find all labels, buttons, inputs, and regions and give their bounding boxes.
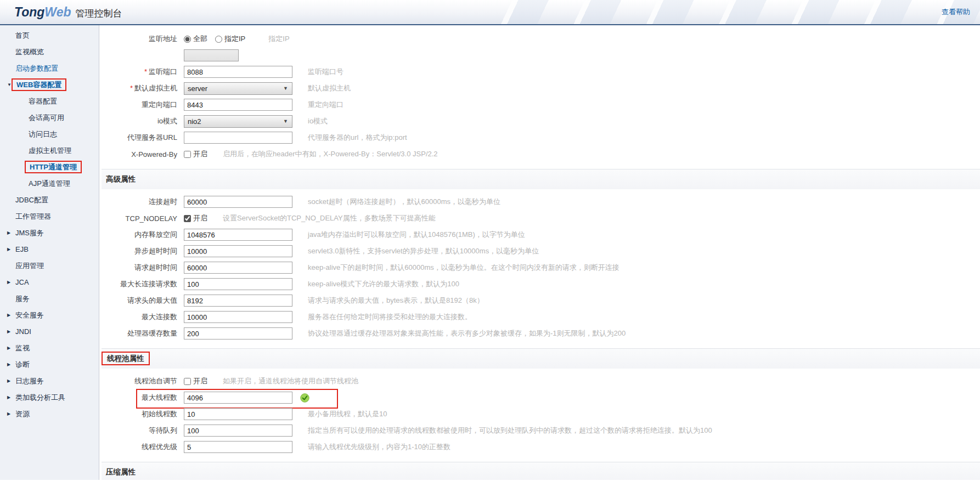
sidebar-item-jms[interactable]: ▶JMS服务 bbox=[0, 227, 99, 239]
section-header-compression: 压缩属性 bbox=[102, 462, 980, 480]
collapse-arrow-icon[interactable]: ▶ bbox=[7, 326, 10, 338]
sidebar-item-monitoring[interactable]: ▶监视 bbox=[0, 342, 99, 354]
field-label: 最大连接数 bbox=[142, 313, 177, 321]
io-mode-select[interactable]: nio2▼ bbox=[184, 115, 292, 128]
request-timeout-input[interactable] bbox=[184, 262, 292, 274]
max-header-size-input[interactable] bbox=[184, 295, 292, 307]
collapse-arrow-icon[interactable]: ▶ bbox=[7, 276, 10, 288]
x-powered-by-checkbox[interactable] bbox=[184, 151, 191, 158]
tcp-nodelay-checkbox[interactable] bbox=[184, 215, 191, 222]
sidebar-item-app-mgmt[interactable]: 应用管理 bbox=[0, 260, 99, 272]
field-label: 请求头的最大值 bbox=[127, 296, 177, 304]
row-proxy-url: 代理服务器URL 代理服务器的url，格式为ip:port bbox=[102, 132, 980, 144]
memory-release-input[interactable] bbox=[184, 229, 292, 241]
field-label: 监听地址 bbox=[149, 35, 177, 43]
field-label: 默认虚拟主机 bbox=[134, 84, 177, 92]
field-label: TCP_NODELAY bbox=[126, 214, 177, 223]
logo-web: Web bbox=[44, 5, 71, 20]
sidebar-item-home[interactable]: 首页 bbox=[0, 30, 99, 42]
field-label: 异步超时时间 bbox=[134, 247, 177, 255]
threadpool-auto-checkbox[interactable] bbox=[184, 378, 191, 385]
collapse-arrow-icon[interactable]: ▶ bbox=[7, 392, 10, 404]
sidebar-item-services[interactable]: 服务 bbox=[0, 293, 99, 305]
sidebar-item-session-ha[interactable]: 会话高可用 bbox=[0, 112, 99, 124]
radio-all-input[interactable] bbox=[184, 36, 191, 43]
view-help-link[interactable]: 查看帮助 bbox=[942, 7, 970, 17]
sidebar-item-container-config[interactable]: 容器配置 bbox=[0, 95, 99, 107]
row-max-threads: 最大线程数 bbox=[102, 392, 980, 404]
radio-listen-all[interactable]: 全部 bbox=[184, 34, 207, 44]
sidebar-item-resources[interactable]: ▶资源 bbox=[0, 408, 99, 420]
field-label: io模式 bbox=[157, 117, 177, 125]
field-help: 服务器在任何给定时间将接受和处理的最大连接数。 bbox=[308, 312, 472, 322]
max-connections-input[interactable] bbox=[184, 311, 292, 323]
field-label: 初始线程数 bbox=[142, 410, 177, 418]
max-threads-input[interactable] bbox=[184, 392, 292, 404]
sidebar-item-jdbc[interactable]: JDBC配置 bbox=[0, 194, 99, 206]
sidebar-item-ajp-channel[interactable]: AJP通道管理 bbox=[0, 178, 99, 190]
sidebar-item-ejb[interactable]: ▶EJB bbox=[0, 244, 99, 256]
row-wait-queue: 等待队列 指定当所有可以使用的处理请求的线程数都被使用时，可以放到处理队列中的请… bbox=[102, 425, 980, 437]
row-processor-cache: 处理器缓存数量 协议处理器通过缓存处理器对象来提高性能，表示有多少对象被缓存，如… bbox=[102, 327, 980, 339]
redirect-port-input[interactable] bbox=[184, 99, 292, 111]
radio-ip-input[interactable] bbox=[215, 36, 222, 43]
annotation-box: HTTP通道管理 bbox=[25, 161, 82, 173]
collapse-arrow-icon[interactable]: ▶ bbox=[7, 408, 10, 420]
async-timeout-input[interactable] bbox=[184, 245, 292, 257]
field-help: 重定向端口 bbox=[308, 100, 343, 110]
chevron-down-icon: ▼ bbox=[283, 118, 288, 124]
field-label: 代理服务器URL bbox=[127, 133, 177, 142]
collapse-arrow-icon[interactable]: ▶ bbox=[7, 227, 10, 239]
row-thread-priority: 线程优先级 请输入线程优先级级别，内容为1-10的正整数 bbox=[102, 441, 980, 453]
row-max-connections: 最大连接数 服务器在任何给定时间将接受和处理的最大连接数。 bbox=[102, 311, 980, 323]
field-label: 重定向端口 bbox=[142, 100, 177, 109]
sidebar-item-work-manager[interactable]: 工作管理器 bbox=[0, 211, 99, 223]
field-help: 请输入线程优先级级别，内容为1-10的正整数 bbox=[308, 442, 450, 452]
max-keepalive-requests-input[interactable] bbox=[184, 278, 292, 290]
logo-tong: Tong bbox=[14, 5, 44, 20]
collapse-arrow-icon[interactable]: ▶ bbox=[7, 342, 10, 354]
sidebar-item-jca[interactable]: ▶JCA bbox=[0, 276, 99, 288]
thread-priority-input[interactable] bbox=[184, 441, 292, 453]
tongweb-logo: TongWeb 管理控制台 bbox=[14, 5, 122, 20]
sidebar-item-jndi[interactable]: ▶JNDI bbox=[0, 326, 99, 338]
row-x-powered-by: X-Powered-By 开启 启用后，在响应header中有如，X-Power… bbox=[102, 148, 980, 160]
proxy-url-input[interactable] bbox=[184, 132, 292, 144]
sidebar-item-http-channel[interactable]: HTTP通道管理 bbox=[0, 161, 99, 173]
sidebar-item-log-service[interactable]: ▶日志服务 bbox=[0, 375, 99, 387]
processor-cache-input[interactable] bbox=[184, 327, 292, 339]
console-title: 管理控制台 bbox=[75, 7, 122, 20]
row-connection-timeout: 连接超时 socket超时（网络连接超时），默认60000ms，以毫秒为单位 bbox=[102, 196, 980, 208]
field-help: 最小备用线程，默认是10 bbox=[308, 409, 387, 419]
field-help: 代理服务器的url，格式为ip:port bbox=[308, 133, 407, 143]
sidebar-item-diagnosis[interactable]: ▶诊断 bbox=[0, 359, 99, 371]
sidebar-item-classloader-tool[interactable]: ▶类加载分析工具 bbox=[0, 392, 99, 404]
specified-ip-input bbox=[184, 49, 239, 61]
field-help: io模式 bbox=[308, 116, 328, 126]
sidebar-item-web-container[interactable]: ▼WEB容器配置 bbox=[0, 79, 99, 91]
row-default-vhost: *默认虚拟主机 server▼ 默认虚拟主机 bbox=[102, 82, 980, 94]
wait-queue-input[interactable] bbox=[184, 425, 292, 437]
expand-arrow-icon[interactable]: ▼ bbox=[7, 79, 12, 91]
connection-timeout-input[interactable] bbox=[184, 196, 292, 208]
collapse-arrow-icon[interactable]: ▶ bbox=[7, 359, 10, 371]
sidebar-item-monitor-overview[interactable]: 监视概览 bbox=[0, 46, 99, 58]
collapse-arrow-icon[interactable]: ▶ bbox=[7, 244, 10, 256]
listen-port-input[interactable] bbox=[184, 66, 292, 78]
row-request-timeout: 请求超时时间 keep-alive下的超时时间，默认60000ms，以毫秒为单位… bbox=[102, 262, 980, 274]
initial-threads-input[interactable] bbox=[184, 408, 292, 420]
sidebar-item-vhost-mgmt[interactable]: 虚拟主机管理 bbox=[0, 145, 99, 157]
field-help: keep-alive模式下允许的最大请求数，默认为100 bbox=[308, 279, 459, 289]
field-label: 请求超时时间 bbox=[134, 263, 177, 271]
row-memory-release: 内存释放空间 java堆内存溢出时可以释放空间，默认1048576(1MB)，以… bbox=[102, 229, 980, 241]
collapse-arrow-icon[interactable]: ▶ bbox=[7, 375, 10, 387]
collapse-arrow-icon[interactable]: ▶ bbox=[7, 309, 10, 321]
sidebar-item-security[interactable]: ▶安全服务 bbox=[0, 309, 99, 321]
field-help: servlet3.0新特性，支持servlet的异步处理，默认10000ms，以… bbox=[308, 246, 539, 256]
app-header: TongWeb 管理控制台 查看帮助 bbox=[0, 0, 980, 25]
sidebar-item-startup-params[interactable]: 启动参数配置 bbox=[0, 63, 99, 75]
row-initial-threads: 初始线程数 最小备用线程，默认是10 bbox=[102, 408, 980, 420]
sidebar-item-access-log[interactable]: 访问日志 bbox=[0, 128, 99, 140]
default-vhost-select[interactable]: server▼ bbox=[184, 82, 292, 95]
radio-listen-specified-ip[interactable]: 指定IP bbox=[215, 34, 245, 44]
